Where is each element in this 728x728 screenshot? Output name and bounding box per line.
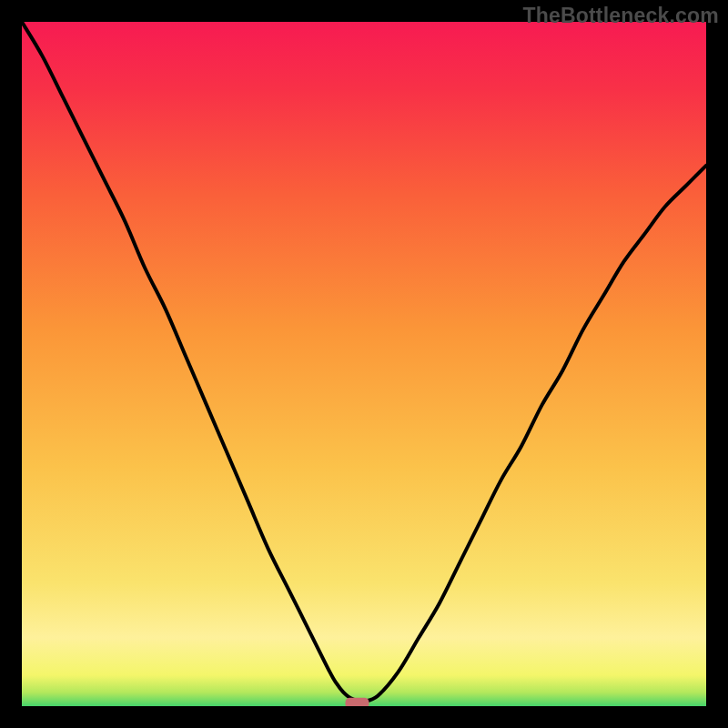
gradient-background	[22, 22, 706, 706]
chart-frame: TheBottleneck.com	[0, 0, 728, 728]
plot-area	[22, 22, 706, 706]
bottleneck-curve-chart	[22, 22, 706, 706]
minimum-marker	[345, 698, 369, 706]
watermark-text: TheBottleneck.com	[522, 4, 719, 28]
